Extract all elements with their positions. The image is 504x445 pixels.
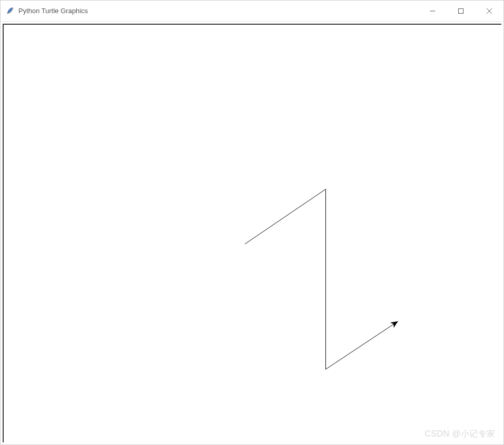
svg-rect-1 xyxy=(459,8,464,13)
turtle-path xyxy=(245,189,398,369)
app-window: Python Turtle Graphics xyxy=(0,0,504,445)
maximize-button[interactable] xyxy=(447,1,475,21)
maximize-icon xyxy=(458,8,464,14)
titlebar[interactable]: Python Turtle Graphics xyxy=(1,1,503,22)
close-button[interactable] xyxy=(475,1,503,21)
window-title: Python Turtle Graphics xyxy=(18,7,88,15)
svg-marker-4 xyxy=(390,319,399,328)
feather-icon xyxy=(6,7,14,15)
turtle-canvas xyxy=(4,25,501,442)
minimize-button[interactable] xyxy=(418,1,447,21)
turtle-cursor xyxy=(390,319,399,328)
close-icon xyxy=(486,8,492,14)
client-area xyxy=(1,22,503,444)
minimize-icon xyxy=(429,8,436,14)
canvas-border xyxy=(3,24,501,442)
window-controls xyxy=(418,1,503,21)
titlebar-left: Python Turtle Graphics xyxy=(1,7,418,15)
